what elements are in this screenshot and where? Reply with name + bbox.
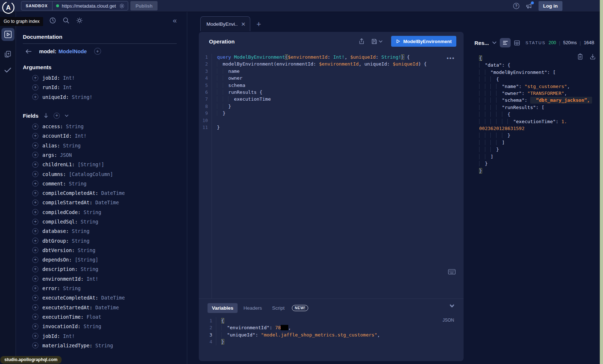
add-to-query-icon[interactable]: + [32,323,38,330]
response-size: 164B [584,40,594,45]
schema-field-row[interactable]: +args: JSON [23,150,177,160]
schema-field-row[interactable]: +environmentId: Int! [23,274,177,284]
login-button[interactable]: Log in [539,1,563,11]
variables-editor[interactable]: 1234 { "environmentId": 78, "uniqueId": … [208,317,455,346]
add-to-query-icon[interactable]: + [32,238,38,244]
add-to-query-icon[interactable]: + [32,342,38,348]
breadcrumb-type-link[interactable]: ModelNode [59,49,87,54]
formatted-list-icon [503,41,508,45]
schema-field-row[interactable]: +compileStartedAt: DateTime [23,198,177,207]
endpoint-settings-gear-icon[interactable] [119,3,125,9]
run-operation-button[interactable]: ModelByEnvironment [391,36,456,47]
operation-tab[interactable]: ModelByEnvi... ✕ [200,16,250,31]
rail-collections-item[interactable] [4,50,12,58]
schema-field-row[interactable]: +comment: String [23,179,177,188]
add-to-query-icon[interactable]: + [32,133,38,139]
schema-field-row[interactable]: +uniqueId: String! [23,92,177,102]
sort-descending-icon[interactable] [43,113,49,118]
schema-field-row[interactable]: +runId: Int [23,83,177,92]
search-icon[interactable] [63,17,70,24]
schema-field-row[interactable]: +access: String [23,122,177,131]
operation-editor[interactable]: 1234567891011 query ModelByEnvironment($… [199,51,464,298]
add-to-query-icon[interactable]: + [32,200,38,206]
schema-field-row[interactable]: +accountId: Int! [23,131,177,141]
schema-field-row[interactable]: +error: String [23,284,177,293]
add-to-query-icon[interactable]: + [32,333,38,339]
add-to-query-icon[interactable]: + [32,228,38,234]
settings-gear-icon[interactable] [76,17,83,24]
help-icon[interactable]: ? [513,3,520,9]
response-chevron-icon[interactable] [492,41,497,44]
schema-field-row[interactable]: +invocationId: String [23,322,177,331]
connection-status-dot [56,4,59,7]
add-to-query-icon[interactable]: + [32,84,38,91]
schema-field-row[interactable]: +compiledSql: String [23,217,177,226]
schema-field-row[interactable]: +alias: String [23,141,177,150]
endpoint-url[interactable]: https://metadata.cloud.get [62,3,116,9]
schema-field-row[interactable]: +executeStartedAt: DateTime [23,303,177,312]
schema-field-row[interactable]: +compileCompletedAt: DateTime [23,188,177,198]
add-to-query-icon[interactable]: + [32,142,38,148]
schema-field-row[interactable]: +compiledCode: String [23,208,177,217]
formatted-view-button[interactable] [500,38,511,47]
back-arrow-icon[interactable] [25,49,32,54]
announcements-megaphone-icon[interactable] [525,3,533,9]
close-tab-icon[interactable]: ✕ [241,21,246,27]
tab-headers[interactable]: Headers [239,303,266,313]
schema-field-row[interactable]: +jobId: Int! [23,73,177,83]
add-to-query-icon[interactable]: + [32,124,38,130]
add-to-query-icon[interactable]: + [32,314,38,320]
new-tab-icon[interactable]: + [256,20,261,28]
save-operation-group[interactable] [371,38,382,45]
operation-code: query ModelByEnvironment($environmentId:… [212,54,427,298]
add-to-query-icon[interactable]: + [32,152,38,158]
editor-more-menu-icon[interactable]: ••• [447,55,455,62]
schema-field-row[interactable]: +dbtGroup: String [23,236,177,245]
main-layout: « Documentation model: ModelNode + Argum… [0,12,603,364]
rail-explorer-item[interactable] [1,28,14,41]
add-to-query-icon[interactable]: + [32,285,38,292]
publish-button[interactable]: Publish [130,1,158,11]
endpoint-input[interactable]: https://metadata.cloud.get [53,3,128,9]
tab-script[interactable]: Script [268,303,289,313]
add-to-query-icon[interactable]: + [32,162,38,168]
add-to-query-icon[interactable]: + [32,295,38,301]
schema-field-row[interactable]: +dependsOn: [String] [23,255,177,264]
add-to-query-icon[interactable]: + [32,276,38,282]
add-to-query-icon[interactable]: + [32,219,38,225]
schema-field-row[interactable]: +executionTime: Float [23,312,177,322]
schema-field-row[interactable]: +jobId: Int! [23,331,177,340]
add-all-fields-icon[interactable]: + [94,48,101,55]
add-to-query-icon[interactable]: + [32,304,38,310]
schema-field-row[interactable]: +executeCompletedAt: DateTime [23,293,177,302]
keyboard-shortcuts-icon[interactable] [448,269,456,275]
copy-response-icon[interactable] [577,53,583,60]
schema-field-row[interactable]: +materializedType: String [23,341,177,350]
rail-checklist-item[interactable] [4,67,12,73]
add-to-query-icon[interactable]: + [32,75,38,81]
add-to-query-icon[interactable]: + [32,266,38,272]
schema-field-row[interactable]: +columns: [CatalogColumn] [23,169,177,179]
response-json[interactable]: { "data": { "modelByEnvironment": [ { "n… [479,55,599,174]
add-to-query-icon[interactable]: + [32,257,38,263]
tab-variables[interactable]: Variables [208,303,238,313]
schema-field-row[interactable]: +description: String [23,264,177,274]
history-clock-icon[interactable] [49,17,56,24]
download-response-icon[interactable] [590,53,596,60]
add-to-query-icon[interactable]: + [32,171,38,177]
add-fields-icon[interactable]: + [54,113,60,119]
add-to-query-icon[interactable]: + [32,190,38,196]
collapse-panel-icon[interactable] [450,304,454,308]
add-to-query-icon[interactable]: + [32,94,38,100]
schema-field-row[interactable]: +database: String [23,226,177,236]
schema-field-row[interactable]: +dbtVersion: String [23,246,177,255]
add-fields-chevron-icon[interactable] [65,114,68,117]
add-to-query-icon[interactable]: + [32,247,38,253]
add-to-query-icon[interactable]: + [32,180,38,187]
apollo-logo[interactable]: A [1,1,15,14]
add-to-query-icon[interactable]: + [32,209,38,215]
share-operation-icon[interactable] [359,38,365,45]
table-view-button[interactable] [514,40,520,46]
schema-field-row[interactable]: +childrenL1: [String!] [23,160,177,169]
collapse-sidebar-icon[interactable]: « [173,17,177,24]
